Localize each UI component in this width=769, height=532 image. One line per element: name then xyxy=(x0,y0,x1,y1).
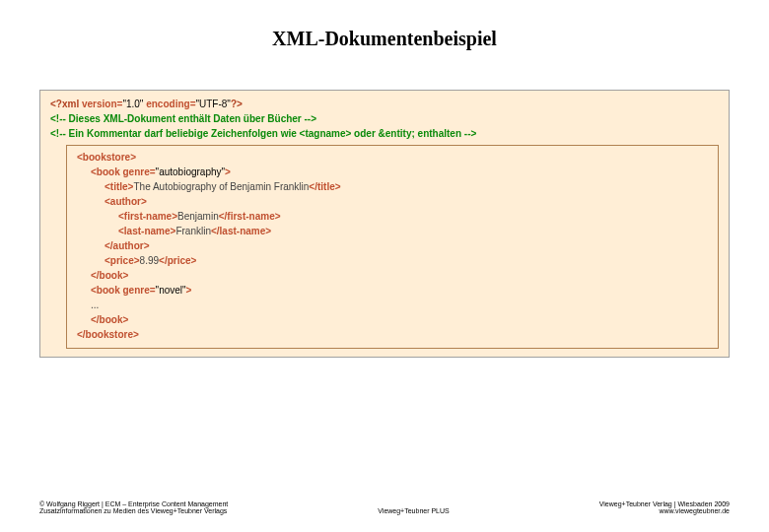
xml-comment-1: <!-- Dieses XML-Dokument enthält Daten ü… xyxy=(50,111,719,126)
tag-open: <book xyxy=(91,166,123,177)
copyright: © Wolfgang Riggert | ECM – Enterprise Co… xyxy=(39,500,228,507)
footer-right-line2: www.viewegteubner.de xyxy=(599,507,730,514)
slide-title: XML-Dokumentenbeispiel xyxy=(0,0,769,60)
tag-close-bracket: > xyxy=(186,285,192,296)
tag: </bookstore> xyxy=(77,329,139,340)
tag: <bookstore> xyxy=(77,152,136,163)
price-open: <price> xyxy=(105,255,140,266)
last-close: </last-name> xyxy=(211,226,271,236)
first-open: <first-name> xyxy=(118,211,177,222)
xml-prolog: <?xml version="1.0" encoding="UTF-8"?> xyxy=(50,97,719,111)
slide-footer: © Wolfgang Riggert | ECM – Enterprise Co… xyxy=(39,500,730,514)
comment-open: <!-- xyxy=(50,113,69,124)
code-box: <?xml version="1.0" encoding="UTF-8"?> <… xyxy=(39,90,730,358)
comment-close: --> xyxy=(461,128,476,139)
tag-close-bracket: > xyxy=(225,166,231,177)
footer-center: Vieweg+Teubner PLUS xyxy=(228,507,598,514)
genre-attr: genre= xyxy=(123,166,156,177)
xml-body: <bookstore> <book genre="autobiography">… xyxy=(66,145,719,349)
author-close: </author> xyxy=(77,238,708,253)
title-text: The Autobiography of Benjamin Franklin xyxy=(133,181,309,192)
comment-text: Dieses XML-Dokument enthält Daten über B… xyxy=(69,113,302,124)
prolog-version-val: "1.0" xyxy=(122,99,143,109)
xml-comment-2: <!-- Ein Kommentar darf beliebige Zeiche… xyxy=(50,126,719,141)
last-open: <last-name> xyxy=(118,226,175,236)
bookstore-close: </bookstore> xyxy=(77,327,708,342)
code-box-inner: <?xml version="1.0" encoding="UTF-8"?> <… xyxy=(42,93,727,355)
comment-open: <!-- xyxy=(50,128,69,139)
genre-val: "autobiography" xyxy=(156,166,225,177)
first-name-line: <first-name>Benjamin</first-name> xyxy=(77,209,708,224)
genre-attr: genre= xyxy=(123,285,156,296)
book1-open: <book genre="autobiography"> xyxy=(77,165,708,179)
first-text: Benjamin xyxy=(177,211,219,222)
last-text: Franklin xyxy=(175,226,211,236)
genre-val: "novel" xyxy=(156,285,186,296)
prolog-encoding-val: "UTF-8" xyxy=(195,99,230,109)
title-close: </title> xyxy=(309,181,340,192)
tag-open: <book xyxy=(91,285,123,296)
footer-right: Vieweg+Teubner Verlag | Wiesbaden 2009 w… xyxy=(599,500,730,514)
footer-left-sub: Zusatzinformationen zu Medien des Vieweg… xyxy=(39,507,228,514)
author-open: <author> xyxy=(77,194,708,209)
xml-example-container: <?xml version="1.0" encoding="UTF-8"?> <… xyxy=(39,90,730,358)
price-text: 8.99 xyxy=(140,255,159,266)
footer-center-text: Vieweg+Teubner PLUS xyxy=(228,507,598,514)
prolog-version-attr: version= xyxy=(82,99,122,109)
tag: </author> xyxy=(105,240,150,251)
ellipsis: ... xyxy=(77,298,708,312)
tag: </book> xyxy=(91,270,128,281)
prolog-encoding-attr: encoding= xyxy=(143,99,195,109)
prolog-close: ?> xyxy=(231,99,243,109)
footer-left: © Wolfgang Riggert | ECM – Enterprise Co… xyxy=(39,500,228,514)
prolog-open: <?xml xyxy=(50,99,82,109)
last-name-line: <last-name>Franklin</last-name> xyxy=(77,224,708,238)
title-line: <title>The Autobiography of Benjamin Fra… xyxy=(77,179,708,194)
book1-close: </book> xyxy=(77,268,708,283)
comment-close: --> xyxy=(302,113,316,124)
price-close: </price> xyxy=(159,255,196,266)
first-close: </first-name> xyxy=(219,211,281,222)
tag: <author> xyxy=(105,196,147,207)
book2-close: </book> xyxy=(77,312,708,327)
tag: </book> xyxy=(91,314,128,325)
bookstore-open: <bookstore> xyxy=(77,150,708,165)
ellipsis-text: ... xyxy=(91,299,99,310)
comment-text: Ein Kommentar darf beliebige Zeichenfolg… xyxy=(69,128,461,139)
footer-right-line1: Vieweg+Teubner Verlag | Wiesbaden 2009 xyxy=(599,500,730,507)
price-line: <price>8.99</price> xyxy=(77,253,708,268)
title-open: <title> xyxy=(105,181,133,192)
book2-open: <book genre="novel"> xyxy=(77,283,708,298)
